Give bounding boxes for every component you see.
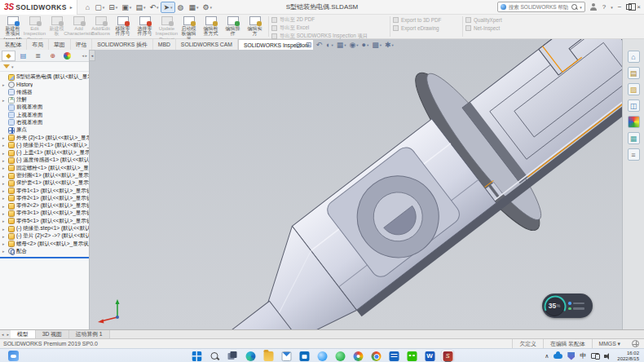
export-button[interactable]: 导出至 2D PDF [271,16,387,23]
volume-icon[interactable] [604,352,612,360]
document-tab[interactable]: 3D 视图 [36,330,69,338]
dropdown-caret[interactable]: ▾ [116,5,118,10]
rebuild-icon[interactable]: ◍ [176,2,187,13]
taskbar-app[interactable] [352,351,364,361]
document-tab[interactable]: 模型 [11,330,36,338]
dropdown-caret[interactable]: ▾ [356,43,358,47]
taskbar-app[interactable] [388,351,400,361]
expand-arrow-icon[interactable]: ▸ [2,249,7,254]
view-palette-icon[interactable]: ◫ [628,99,640,112]
file-explorer-icon[interactable]: ▨ [628,83,640,95]
appearances-icon[interactable] [628,116,640,128]
login-icon[interactable] [590,3,598,11]
minimize-button[interactable]: − [618,2,622,12]
clock[interactable]: 16:02 2022/8/15 [617,351,639,362]
task-view-icon[interactable] [227,351,237,361]
tree-item[interactable]: ▸ 传感器 [0,89,89,96]
configurationmanager-tab[interactable]: ≣ [31,51,45,61]
file-explorer-icon[interactable] [263,351,273,361]
hide-show-items-icon[interactable]: ◉ ▾ [349,41,358,50]
chrome-icon[interactable] [371,351,381,361]
tree-item[interactable]: ▸ (-) 绝缘垫片<1> (默认<<默认>_显 [0,142,89,149]
tree-item[interactable]: ▸ 零件2<2> (默认<<默认>_显示状态 [0,202,89,210]
expand-arrow-icon[interactable]: ▸ [2,135,7,140]
ribbon-tab[interactable]: SOLIDWORKS 插件 [92,39,153,50]
resources-icon[interactable]: ⌂ [628,51,640,63]
ribbon-button[interactable]: Add/Edit Balloons [90,15,112,38]
dropdown-caret[interactable]: ▾ [392,43,394,47]
ribbon-button[interactable]: 选择零 件序号 [134,15,156,38]
status-cell[interactable]: MMGS ▾ [592,339,627,348]
solidworks-icon[interactable]: S [443,351,452,361]
ime-indicator[interactable]: 中 [580,351,586,360]
status-cell[interactable]: 在编辑 装配体 [543,339,592,348]
taskbar-app[interactable] [280,351,293,361]
search-input[interactable] [509,4,569,10]
taskbar-app[interactable] [191,351,203,361]
mail-icon[interactable] [281,351,291,361]
dropdown-caret[interactable]: ▾ [170,5,173,10]
new-document-icon[interactable]: ▢ ▾ [93,2,106,13]
taskbar-app[interactable] [245,351,257,361]
export-button[interactable]: Export eDrawing [393,24,460,31]
status-globe-icon[interactable] [632,340,639,347]
restore-button[interactable] [626,4,632,10]
expand-arrow-icon[interactable]: ▸ [2,82,7,87]
dropdown-caret[interactable]: ▾ [103,5,105,10]
custom-properties-icon[interactable]: ≡ [628,148,640,161]
graphics-area[interactable]: ◎ ⊞ ↶ ◐ ▾ ▦ [90,39,622,329]
tree-item[interactable]: ▸ 保护套<1> (默认<<默认>_显示状 [0,179,89,187]
taskbar-app[interactable]: W [424,351,436,361]
scenes-icon[interactable]: ▦ [628,132,640,144]
expand-arrow-icon[interactable]: ▸ [2,143,7,148]
dimxpertmanager-tab[interactable]: ⊕ [46,51,60,61]
tree-item[interactable]: ▸ 螺母<2> (默认<<默认>_显示状态 [0,241,89,248]
tree-item[interactable]: ▸ 外壳 (2)<1> (默认<<默认>_显示状 [0,134,89,141]
onedrive-icon[interactable] [554,354,562,359]
status-cell[interactable]: 欠定义 [512,339,542,348]
tree-item[interactable]: ▸ 固定螺栓<1> (默认<<默认>_显示 [0,165,89,172]
expand-arrow-icon[interactable]: ▸ [2,151,7,156]
wechat-icon[interactable] [407,351,417,361]
display-settings-icon[interactable]: ▦ ▾ [187,2,200,13]
tree-item[interactable]: ▸ 前视基准面 [0,104,89,111]
home-icon[interactable]: ⌂ [84,2,92,13]
dropdown-caret[interactable]: ▾ [367,43,368,47]
tree-item[interactable]: ▸ 注解 [0,96,89,104]
screen-recorder-widget[interactable]: 35 % [542,294,593,318]
expand-arrow-icon[interactable]: ▸ [2,174,7,179]
dropdown-caret[interactable]: ▾ [130,5,132,10]
featuremanager-tab[interactable]: ◆ [2,51,15,61]
design-library-icon[interactable]: ▤ [628,67,640,79]
ribbon-button[interactable]: 编辑实 方 [244,15,266,38]
taskbar-app[interactable] [262,351,275,361]
panel-collapse-handle[interactable]: ◂ [90,50,95,61]
save-icon[interactable]: ▣ ▾ [120,2,133,13]
filter-caret[interactable]: ▾ [11,64,14,69]
section-view-icon[interactable]: ◐ ▾ [326,41,333,50]
expand-arrow-icon[interactable]: ▸ [2,219,7,223]
ribbon-tab[interactable]: 评估 [71,39,93,50]
tree-item[interactable]: ▸ (-) 绝缘垫.step<1> (默认<<默认> [0,225,89,232]
select-cursor-icon[interactable]: ➤ ▾ [161,2,174,13]
taskbar-app[interactable] [370,351,382,361]
cast-display-icon[interactable] [591,353,599,359]
taskbar-app[interactable] [209,351,221,361]
expand-arrow-icon[interactable]: ▸ [2,158,7,163]
apply-scene-icon[interactable]: ▩ ▾ [372,41,382,50]
tree-item[interactable]: ▸ (-) 上盖<1> (默认<<默认>_显示状 [0,149,89,157]
copilot-icon[interactable] [317,351,327,361]
dropdown-caret[interactable]: ▾ [331,43,333,47]
export-button[interactable]: 导出至 Excel [271,24,387,31]
ribbon-tab[interactable]: SOLIDWORKS CAM [176,39,238,50]
tree-item[interactable]: ▸ History [0,81,89,88]
document-tab[interactable]: 运动算例 1 [69,330,110,338]
dropdown-caret[interactable]: ▾ [196,5,199,10]
export-button[interactable]: QualityXpert [465,16,523,23]
tree-item[interactable]: ▸ 零件1<1> (默认<<默认>_显示状态= [0,187,89,194]
taskbar-app[interactable] [406,351,418,361]
app-book-icon[interactable] [389,351,399,361]
ribbon-button[interactable]: Add Characteristic [68,15,90,38]
tree-item[interactable]: ▸ 配合 [0,248,89,255]
tree-item[interactable]: ▸ S型铠装热电偶 (默认<默认_显示状态-1 [0,73,89,81]
